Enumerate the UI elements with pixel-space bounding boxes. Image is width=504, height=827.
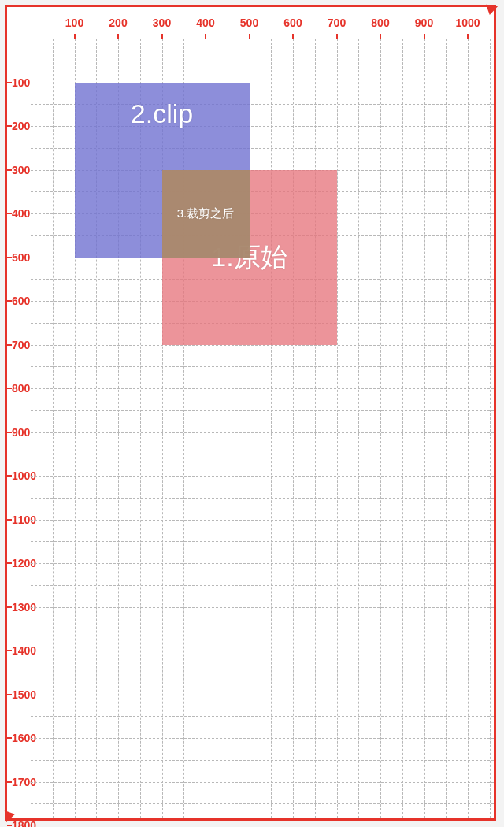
ruler-x-tick: 300 — [153, 17, 171, 29]
ruler-x-tick: 100 — [65, 17, 83, 29]
ruler-y-tick: 100 — [12, 76, 30, 89]
ruler-y-mark — [7, 606, 12, 608]
grid-h — [31, 520, 494, 521]
grid-v — [271, 39, 272, 818]
grid-h — [31, 651, 494, 651]
ruler-y-mark — [7, 257, 12, 258]
grid-h — [31, 388, 494, 389]
grid-h — [31, 803, 494, 804]
rect-after: 3.裁剪之后 — [162, 170, 250, 258]
ruler-y-tick: 700 — [12, 339, 30, 351]
ruler-y: 1002003004005006007008009001000110012001… — [7, 39, 34, 818]
ruler-y-mark — [7, 300, 12, 302]
ruler-y-mark — [7, 388, 12, 389]
grid-h — [31, 585, 494, 586]
ruler-y-mark — [7, 519, 12, 521]
grid-h — [31, 410, 494, 411]
ruler-y-mark — [7, 475, 12, 477]
ruler-y-tick: 900 — [12, 426, 30, 439]
grid-v — [402, 39, 403, 818]
grid-h — [31, 498, 494, 499]
rect-clip-label: 2.clip — [131, 98, 193, 129]
grid-h — [31, 345, 494, 346]
grid-h — [31, 61, 494, 61]
grid-h — [31, 563, 494, 564]
grid-v — [337, 39, 338, 818]
ruler-y-mark — [7, 781, 12, 783]
grid-v — [293, 39, 294, 818]
grid-h — [31, 476, 494, 477]
grid-v — [468, 39, 469, 818]
ruler-y-tick: 500 — [12, 251, 30, 264]
ruler-y-mark — [7, 125, 12, 127]
grid-v — [53, 39, 54, 818]
ruler-x-tick: 600 — [284, 17, 302, 29]
grid-h — [31, 738, 494, 739]
ruler-y-mark — [7, 432, 12, 433]
ruler-y-mark — [7, 344, 12, 346]
diagram-frame: 1002003004005006007008009001000 10020030… — [5, 5, 496, 821]
grid-h — [31, 629, 494, 629]
grid-v — [250, 39, 250, 818]
ruler-y-mark — [7, 82, 12, 83]
ruler-y-mark — [7, 737, 12, 739]
plot-area: 1.原始 2.clip 3.裁剪之后 — [31, 39, 494, 818]
grid-h — [31, 782, 494, 783]
grid-h — [31, 454, 494, 454]
rect-after-label: 3.裁剪之后 — [177, 206, 235, 221]
grid-h — [31, 673, 494, 673]
ruler-y-tick: 800 — [12, 382, 30, 395]
ruler-y-tick: 400 — [12, 207, 30, 220]
grid-h — [31, 760, 494, 761]
grid-h — [31, 716, 494, 717]
grid-v — [424, 39, 425, 818]
ruler-y-mark — [7, 213, 12, 214]
grid-v — [490, 39, 491, 818]
ruler-y-tick: 1800 — [12, 819, 36, 827]
ruler-y-mark — [7, 694, 12, 695]
ruler-x-tick: 900 — [415, 17, 433, 29]
ruler-x-tick: 800 — [371, 17, 389, 29]
ruler-y-mark — [7, 169, 12, 171]
ruler-x-tick: 700 — [328, 17, 346, 29]
ruler-x-tick: 200 — [109, 17, 127, 29]
ruler-x-tick: 400 — [196, 17, 214, 29]
grid-h — [31, 607, 494, 608]
grid-v — [380, 39, 381, 818]
ruler-y-tick: 600 — [12, 295, 30, 307]
ruler-y-mark — [7, 650, 12, 651]
grid-h — [31, 695, 494, 695]
ruler-x-tick: 1000 — [455, 17, 480, 29]
grid-h — [31, 541, 494, 542]
grid-v — [315, 39, 316, 818]
ruler-y-tick: 200 — [12, 120, 30, 132]
ruler-y-mark — [7, 825, 12, 826]
grid-h — [31, 432, 494, 433]
grid-v — [446, 39, 447, 818]
ruler-y-tick: 300 — [12, 164, 30, 176]
ruler-y-mark — [7, 562, 12, 564]
grid-h — [31, 366, 494, 367]
ruler-x: 1002003004005006007008009001000 — [31, 7, 494, 39]
grid-v — [358, 39, 359, 818]
ruler-x-tick: 500 — [240, 17, 258, 29]
